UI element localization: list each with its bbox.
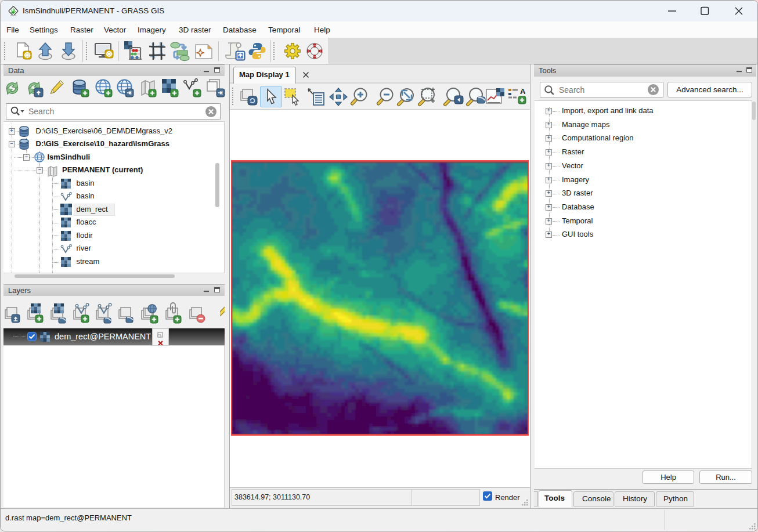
svg-text:A: A xyxy=(520,87,526,96)
